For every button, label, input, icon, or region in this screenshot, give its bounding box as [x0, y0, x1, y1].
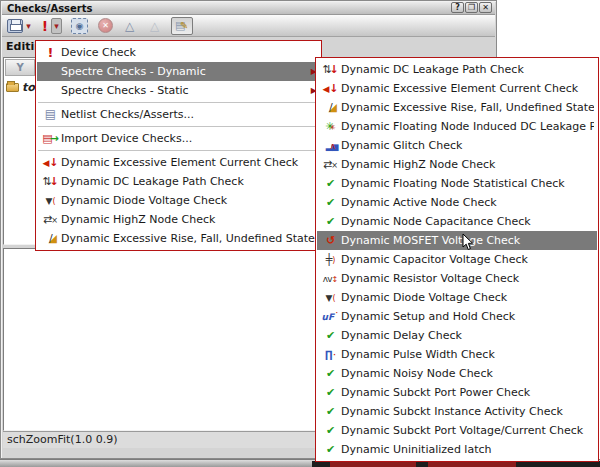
device-check-dropdown-arrow-icon[interactable]: ▾ [51, 18, 62, 34]
mosfet-icon [320, 231, 341, 250]
submenu-item-dynamic-mosfet-voltage-check[interactable]: Dynamic MOSFET Voltage Check [317, 231, 597, 250]
stop-icon[interactable]: ✕ [98, 18, 113, 33]
toolbar: ▾ ! ▾ ◉ ✕ △ △ [2, 15, 495, 37]
setup-hold-icon [320, 307, 341, 326]
highz-icon [40, 210, 61, 229]
submenu-item[interactable]: Dynamic Delay Check [317, 326, 597, 345]
leakage-icon [40, 172, 61, 191]
menu-item-spectre-checks-dynamic[interactable]: Spectre Checks - Dynamic ▶ [37, 62, 320, 81]
check-icon [320, 383, 341, 402]
save-dropdown-arrow-icon[interactable]: ▾ [23, 17, 34, 35]
check-icon [320, 326, 341, 345]
submenu-item[interactable]: Dynamic Resistor Voltage Check [317, 269, 597, 288]
submenu-item[interactable]: Dynamic Floating Node Induced DC Leakage… [317, 117, 597, 136]
diode-icon [40, 191, 61, 210]
highz-icon [320, 155, 341, 174]
capacitor-icon [320, 250, 341, 269]
spectre-dynamic-submenu: Dynamic DC Leakage Path Check Dynamic Ex… [315, 57, 599, 462]
check-icon [320, 193, 341, 212]
tree-folder-row[interactable]: to [6, 79, 38, 95]
risefall-icon [40, 229, 61, 248]
netlist-doc-icon [40, 105, 61, 124]
window-title: Checks/Asserts [2, 3, 93, 14]
folder-icon [6, 83, 19, 92]
menu-separator [38, 126, 319, 127]
menu-item-dyn-highz-node[interactable]: Dynamic HighZ Node Check [37, 210, 320, 229]
menu-separator [38, 150, 319, 151]
menu-item-dyn-diode-voltage[interactable]: Dynamic Diode Voltage Check [37, 191, 320, 210]
submenu-item[interactable]: Dynamic Node Capacitance Check [317, 212, 597, 231]
save-icon[interactable] [7, 19, 23, 33]
menu-item-dyn-rise-fall[interactable]: Dynamic Excessive Rise, Fall, Undefined … [37, 229, 320, 248]
submenu-item[interactable]: Dynamic Subckt Port Power Check [317, 383, 597, 402]
filter-color-icon[interactable]: △ [121, 17, 138, 35]
taskbar-red-segment-2 [428, 462, 516, 467]
check-icon [320, 364, 341, 383]
submenu-item[interactable]: Dynamic Subckt Instance Activity Check [317, 402, 597, 421]
edit-checks-icon[interactable] [171, 17, 193, 35]
check-icon [320, 421, 341, 440]
submenu-item[interactable]: Dynamic DC Leakage Path Check [317, 60, 597, 79]
restore-button[interactable]: ❐ [465, 2, 478, 13]
device-check-icon[interactable]: ! [39, 17, 51, 35]
taskbar-red-segment-1 [330, 462, 416, 467]
submenu-item[interactable]: Dynamic Setup and Hold Check [317, 307, 597, 326]
submenu-item[interactable]: Dynamic Uninitialized latch [317, 440, 597, 459]
pulse-icon [320, 345, 341, 364]
filter-column-header[interactable]: Y [5, 59, 35, 76]
mouse-cursor [462, 233, 474, 251]
funnel-icon: Y [16, 62, 23, 73]
submenu-item[interactable]: Dynamic Active Node Check [317, 193, 597, 212]
window-controls: ? ❐ ✕ [451, 2, 492, 13]
current-icon [320, 79, 341, 98]
resistor-icon [320, 269, 341, 288]
floating-node-icon [320, 117, 341, 136]
status-text: schZoomFit(1.0 0.9) [7, 433, 117, 446]
menu-item-import-device-checks[interactable]: Import Device Checks... [37, 129, 320, 148]
help-button[interactable]: ? [451, 2, 464, 13]
device-check-exclaim-icon [40, 43, 61, 62]
folder-label: to [22, 81, 35, 94]
checks-context-menu: Device Check Spectre Checks - Dynamic ▶ … [35, 40, 322, 251]
submenu-item[interactable]: Dynamic Floating Node Statistical Check [317, 174, 597, 193]
submenu-item[interactable]: Dynamic Excessive Rise, Fall, Undefined … [317, 98, 597, 117]
submenu-item[interactable]: Dynamic Diode Voltage Check [317, 288, 597, 307]
check-icon [320, 440, 341, 459]
menu-item-dyn-excessive-current[interactable]: Dynamic Excessive Element Current Check [37, 153, 320, 172]
submenu-item[interactable]: Dynamic Noisy Node Check [317, 364, 597, 383]
menu-item-device-check[interactable]: Device Check [37, 43, 320, 62]
import-icon [40, 129, 61, 148]
close-button[interactable]: ✕ [479, 2, 492, 13]
submenu-item[interactable]: Dynamic Subckt Port Voltage/Current Chec… [317, 421, 597, 440]
check-icon [320, 174, 341, 193]
filter-gray-icon[interactable]: △ [146, 17, 163, 35]
menu-item-dyn-dc-leakage[interactable]: Dynamic DC Leakage Path Check [37, 172, 320, 191]
current-icon [40, 153, 61, 172]
submenu-item[interactable]: Dynamic Excessive Element Current Check [317, 79, 597, 98]
glitch-icon [320, 136, 341, 155]
submenu-item[interactable]: Dynamic Glitch Check [317, 136, 597, 155]
title-bar[interactable]: Checks/Asserts ? ❐ ✕ [2, 2, 495, 15]
leakage-icon [320, 60, 341, 79]
risefall-icon [320, 98, 341, 117]
submenu-item[interactable]: Dynamic Capacitor Voltage Check [317, 250, 597, 269]
menu-separator [38, 102, 319, 103]
check-icon [320, 402, 341, 421]
submenu-item[interactable]: Dynamic HighZ Node Check [317, 155, 597, 174]
menu-item-netlist-checks[interactable]: Netlist Checks/Asserts... [37, 105, 320, 124]
selection-icon[interactable]: ◉ [71, 18, 88, 34]
check-icon [320, 212, 341, 231]
menu-item-spectre-checks-static[interactable]: Spectre Checks - Static ▶ [37, 81, 320, 100]
submenu-item[interactable]: Dynamic Pulse Width Check [317, 345, 597, 364]
diode-icon [320, 288, 341, 307]
